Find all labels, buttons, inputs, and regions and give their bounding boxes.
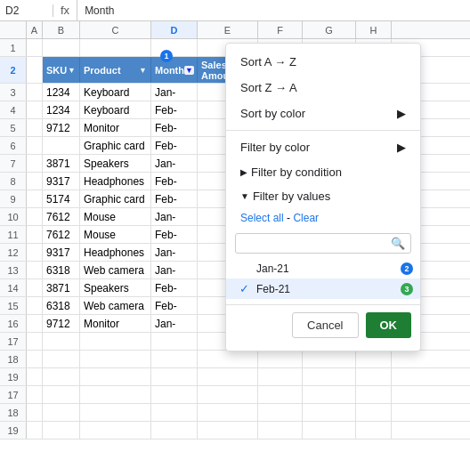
- cell-reference[interactable]: D2: [0, 4, 53, 17]
- cell-5a[interactable]: [27, 119, 43, 136]
- cell-12b[interactable]: 9317: [43, 244, 80, 261]
- cell-12a[interactable]: [27, 244, 43, 261]
- search-input[interactable]: [241, 238, 391, 250]
- filter-by-values-header[interactable]: ▼ Filter by values: [226, 184, 420, 208]
- col-header-d[interactable]: D: [151, 21, 198, 38]
- cell-18g[interactable]: [303, 351, 356, 367]
- cell-19c[interactable]: [80, 368, 151, 385]
- filter-by-condition-header[interactable]: ▶ Filter by condition: [226, 160, 420, 184]
- cell-15c[interactable]: Web camera: [80, 297, 151, 314]
- cell-17h[interactable]: [356, 386, 392, 403]
- value-item-jan[interactable]: Jan-21 2: [226, 259, 420, 278]
- cell-19e[interactable]: [198, 422, 258, 439]
- cell-17a[interactable]: [27, 333, 43, 350]
- cell-18d[interactable]: [151, 351, 198, 367]
- cell-17a[interactable]: [27, 386, 43, 403]
- cell-10a[interactable]: [27, 208, 43, 225]
- cell-19h[interactable]: [356, 368, 392, 385]
- cell-19f[interactable]: [258, 422, 303, 439]
- cell-5c[interactable]: Monitor: [80, 119, 151, 136]
- cell-18f[interactable]: [258, 351, 303, 367]
- filter-by-color-item[interactable]: Filter by color ▶: [226, 134, 420, 160]
- cell-17c[interactable]: [80, 333, 151, 350]
- cell-18e[interactable]: [198, 351, 258, 367]
- search-box[interactable]: 🔍: [235, 233, 411, 254]
- month-header[interactable]: Month ▼ 1: [151, 57, 198, 83]
- cell-11d[interactable]: Feb-: [151, 226, 198, 243]
- sort-za-item[interactable]: Sort Z → A: [226, 75, 420, 101]
- cell-12d[interactable]: Jan-: [151, 244, 198, 261]
- cell-18a[interactable]: [27, 404, 43, 421]
- cell-18e[interactable]: [198, 404, 258, 421]
- cell-17b[interactable]: [43, 333, 80, 350]
- cell-8b[interactable]: 9317: [43, 173, 80, 190]
- cell-9b[interactable]: 5174: [43, 190, 80, 207]
- cell-7d[interactable]: Jan-: [151, 155, 198, 172]
- cell-4b[interactable]: 1234: [43, 101, 80, 118]
- cell-3c[interactable]: Keyboard: [80, 84, 151, 101]
- cell-19d[interactable]: [151, 422, 198, 439]
- cell-18h[interactable]: [356, 351, 392, 367]
- cell-17d[interactable]: [151, 333, 198, 350]
- cell-13c[interactable]: Web camera: [80, 262, 151, 278]
- cell-19g[interactable]: [303, 422, 356, 439]
- cell-11a[interactable]: [27, 226, 43, 243]
- clear-link[interactable]: Clear: [293, 212, 319, 224]
- ok-button[interactable]: OK: [366, 312, 412, 338]
- col-header-g[interactable]: G: [303, 21, 356, 38]
- cell-7b[interactable]: 3871: [43, 155, 80, 172]
- col-header-e[interactable]: E: [198, 21, 258, 38]
- cell-2a[interactable]: [27, 57, 43, 83]
- cell-18c[interactable]: [80, 351, 151, 367]
- cell-9c[interactable]: Graphic card: [80, 190, 151, 207]
- cell-6c[interactable]: Graphic card: [80, 137, 151, 154]
- cell-18b[interactable]: [43, 404, 80, 421]
- cell-16d[interactable]: Jan-: [151, 315, 198, 332]
- sort-by-color-item[interactable]: Sort by color ▶: [226, 101, 420, 126]
- cell-18b[interactable]: [43, 351, 80, 367]
- select-all-link[interactable]: Select all: [240, 212, 284, 224]
- cell-4d[interactable]: Feb-: [151, 101, 198, 118]
- cell-1a[interactable]: [27, 39, 43, 56]
- cell-19b[interactable]: [43, 368, 80, 385]
- cell-3a[interactable]: [27, 84, 43, 101]
- cell-8c[interactable]: Headphones: [80, 173, 151, 190]
- cell-8d[interactable]: Feb-: [151, 173, 198, 190]
- cell-18f[interactable]: [258, 404, 303, 421]
- cell-16c[interactable]: Monitor: [80, 315, 151, 332]
- month-filter-icon[interactable]: ▼: [184, 66, 194, 75]
- cell-14d[interactable]: Feb-: [151, 279, 198, 296]
- cell-15a[interactable]: [27, 297, 43, 314]
- cell-10c[interactable]: Mouse: [80, 208, 151, 225]
- cell-13d[interactable]: Jan-: [151, 262, 198, 278]
- cell-19a[interactable]: [27, 368, 43, 385]
- cancel-button[interactable]: Cancel: [292, 312, 358, 338]
- cell-18h[interactable]: [356, 404, 392, 421]
- cell-19a[interactable]: [27, 422, 43, 439]
- cell-19h[interactable]: [356, 422, 392, 439]
- col-header-c[interactable]: C: [80, 21, 151, 38]
- cell-1c[interactable]: [80, 39, 151, 56]
- cell-12c[interactable]: Headphones: [80, 244, 151, 261]
- col-header-h[interactable]: H: [356, 21, 392, 38]
- sort-az-item[interactable]: Sort A → Z: [226, 49, 420, 75]
- cell-4a[interactable]: [27, 101, 43, 118]
- cell-19d[interactable]: [151, 368, 198, 385]
- sku-filter-icon[interactable]: ▼: [68, 66, 76, 75]
- sku-header[interactable]: SKU ▼: [43, 57, 80, 83]
- cell-14b[interactable]: 3871: [43, 279, 80, 296]
- product-header[interactable]: Product ▼: [80, 57, 151, 83]
- cell-17d[interactable]: [151, 386, 198, 403]
- cell-19g[interactable]: [303, 368, 356, 385]
- cell-19f[interactable]: [258, 368, 303, 385]
- cell-1d[interactable]: [151, 39, 198, 56]
- cell-15b[interactable]: 6318: [43, 297, 80, 314]
- cell-13b[interactable]: 6318: [43, 262, 80, 278]
- cell-3b[interactable]: 1234: [43, 84, 80, 101]
- cell-18g[interactable]: [303, 404, 356, 421]
- col-header-f[interactable]: F: [258, 21, 303, 38]
- cell-10d[interactable]: Jan-: [151, 208, 198, 225]
- cell-3d[interactable]: Jan-: [151, 84, 198, 101]
- cell-17c[interactable]: [80, 386, 151, 403]
- cell-15d[interactable]: Feb-: [151, 297, 198, 314]
